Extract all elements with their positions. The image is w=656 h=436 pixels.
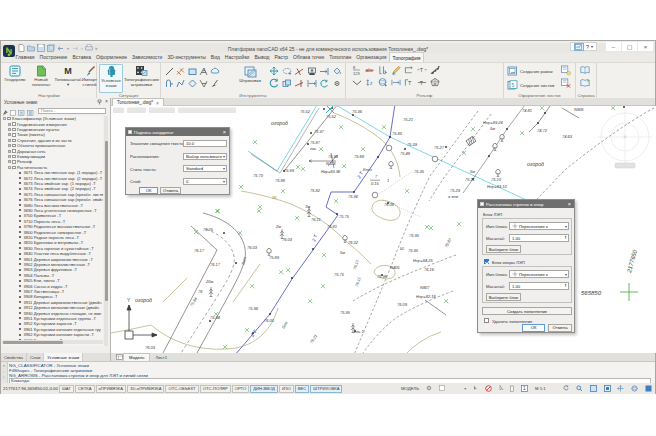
fullscreen-icon[interactable] <box>645 385 652 393</box>
ribbon-tab[interactable]: 3D-инструменты <box>165 52 208 62</box>
ribbon-tab[interactable]: Топография <box>389 52 424 62</box>
tool-help-book-icon[interactable] <box>580 65 590 75</box>
ribbon-tab[interactable]: Растр <box>272 52 291 62</box>
tool-u3b-icon[interactable] <box>307 78 317 88</box>
panel-close-icon[interactable]: × <box>105 98 108 106</box>
tool-r3b-icon[interactable] <box>391 77 401 87</box>
orbit-icon[interactable] <box>631 385 638 393</box>
search-input[interactable]: Поиск... <box>38 108 106 114</box>
caret-down-icon[interactable]: ▾ <box>464 386 466 391</box>
tool-u2a-icon[interactable] <box>294 66 304 76</box>
ribbon-tab[interactable]: Вид <box>208 52 222 62</box>
status-toggle[interactable]: ОТС-ПОЛЯР <box>200 385 231 393</box>
dialog2-title-bar[interactable]: Расстановка стрелок и опор × <box>478 200 574 208</box>
command-drag-icon[interactable]: ▫ <box>3 369 4 374</box>
tool-t3a-icon[interactable] <box>199 66 209 76</box>
command-wrench-icon[interactable]: ⌇ <box>3 375 5 380</box>
select-block2-button[interactable]: Выберите блок <box>486 293 521 301</box>
tool-u2b-icon[interactable] <box>294 78 304 88</box>
create-button[interactable]: Создать пополнение <box>482 307 572 315</box>
tool-r2a-icon[interactable] <box>378 65 388 75</box>
side-panel-tab[interactable]: Условные знаки <box>44 353 83 361</box>
ribbon-tab[interactable]: Главная <box>13 52 37 62</box>
expander-icon[interactable]: + <box>8 150 11 153</box>
tool-u4a-icon[interactable] <box>319 66 329 76</box>
tool-r4b-icon[interactable]: T <box>404 77 414 87</box>
tool-t4a-icon[interactable] <box>210 66 220 76</box>
expander-icon[interactable]: + <box>8 139 11 142</box>
ribbon-tab[interactable]: Настройки <box>222 52 252 62</box>
redo-icon[interactable] <box>71 45 79 52</box>
status-toggle[interactable]: СЕТКА <box>75 385 95 393</box>
expander-icon[interactable]: - <box>8 166 11 169</box>
ribbon-button-topo-hatch[interactable]: Топографические штриховки <box>124 64 159 93</box>
tool-t0a-icon[interactable] <box>164 66 174 76</box>
tool-frame-properties-icon[interactable] <box>561 65 571 75</box>
tool-t3b-icon[interactable] <box>199 78 209 88</box>
ribbon-tab[interactable]: Топоплан <box>327 52 354 62</box>
document-tab-close-icon[interactable]: × <box>156 100 159 106</box>
annotation-scale-icon[interactable]: 1 <box>521 385 528 393</box>
tool-t4b-icon[interactable] <box>210 78 220 88</box>
layout-list-icon[interactable] <box>115 353 123 361</box>
zoom-window-icon[interactable] <box>590 385 597 393</box>
view-scale-label[interactable]: М 1:1 <box>535 386 546 391</box>
expander-icon[interactable]: + <box>8 123 11 126</box>
undo-icon[interactable] <box>57 45 65 52</box>
tool-t2a-icon[interactable] <box>187 66 197 76</box>
status-toggle[interactable]: 3D-оПРИВЯЗКА <box>127 385 164 393</box>
blockname2-select[interactable]: Пересечение к ▾ <box>509 270 569 278</box>
maximize-button[interactable]: ▢ <box>622 42 637 51</box>
layout-tab-model[interactable]: Модель <box>123 353 150 361</box>
ribbon-button-uslovnye-znaki[interactable]: Условные знаки <box>99 64 123 93</box>
refresh-icon[interactable] <box>563 385 569 392</box>
status-toggle[interactable]: оПРИВЯЗКА <box>96 385 127 393</box>
print-icon[interactable] <box>85 44 93 52</box>
save-all-icon[interactable] <box>47 44 55 52</box>
layout-tab-sheet[interactable]: Лист1 <box>150 353 172 361</box>
tool-u4b-icon[interactable] <box>319 78 329 88</box>
ribbon-tab[interactable]: Вывод <box>252 52 272 62</box>
layer-select[interactable]: 0▾ <box>183 178 227 185</box>
pan-icon[interactable] <box>617 385 624 393</box>
tree-horizontal-scrollbar[interactable] <box>2 340 103 344</box>
ribbon-button-new-topoplan[interactable]: Новый топоплан <box>28 64 54 93</box>
ribbon-button-toposcale[interactable]: MТопомасштаб ▾ <box>55 64 81 93</box>
scale2-input[interactable]: 1.00 ▲▼ <box>509 282 569 290</box>
ribbon-button-geotree[interactable]: Геодерево <box>3 64 27 93</box>
pole-block-checkbox[interactable] <box>484 259 489 264</box>
ribbon-button-hatch[interactable]: Штриховки <box>235 65 265 92</box>
tool-u5b-icon[interactable] <box>332 78 342 88</box>
ribbon-tab[interactable]: Организация <box>354 52 389 62</box>
status-toggle[interactable]: ОРТО <box>232 385 250 393</box>
tool-u0a-icon[interactable] <box>269 66 279 76</box>
tool-t0b-icon[interactable] <box>164 78 174 88</box>
side-panel-tab[interactable]: Слои <box>27 353 44 361</box>
expander-icon[interactable]: - <box>3 117 6 120</box>
tree-vertical-scrollbar[interactable] <box>104 116 108 346</box>
ribbon-button-create-sheets[interactable]: 5Создание листов <box>507 79 554 91</box>
status-toggle[interactable]: ДИН-ВВОД <box>250 385 278 393</box>
offset-input[interactable]: 10.0 <box>183 140 227 147</box>
status-toggle[interactable]: ОТС-ОБЪЕКТ <box>165 385 198 393</box>
nanocad-logo-icon[interactable] <box>3 43 15 55</box>
dialog1-title-bar[interactable]: Подпись координат × <box>126 128 229 136</box>
open-file-icon[interactable] <box>27 44 35 52</box>
ribbon-tab[interactable]: Зависимости <box>130 52 165 62</box>
tool-t2b-icon[interactable] <box>187 78 197 88</box>
tool-r5b-icon[interactable]: T <box>417 77 427 87</box>
tool-u3a-icon[interactable] <box>307 66 317 76</box>
tool-u1a-icon[interactable] <box>282 66 292 76</box>
placement-select[interactable]: Выбор пользовате▾ <box>183 153 227 160</box>
qat-more-icon[interactable]: » <box>95 46 98 51</box>
ribbon-tab[interactable]: Облака точек <box>291 52 327 62</box>
delete-checkbox[interactable] <box>484 318 489 323</box>
tool-r2b-icon[interactable] <box>378 77 388 87</box>
notifications-icon[interactable] <box>574 43 584 51</box>
blockname-select[interactable]: Пересечение к ▾ <box>509 222 569 230</box>
close-button[interactable]: × <box>638 42 653 51</box>
tool-t1a-icon[interactable] <box>176 66 186 76</box>
ribbon-tab[interactable]: Построение <box>37 52 70 62</box>
layout-grid-icon[interactable] <box>439 385 445 392</box>
command-close-icon[interactable]: × <box>3 363 5 368</box>
